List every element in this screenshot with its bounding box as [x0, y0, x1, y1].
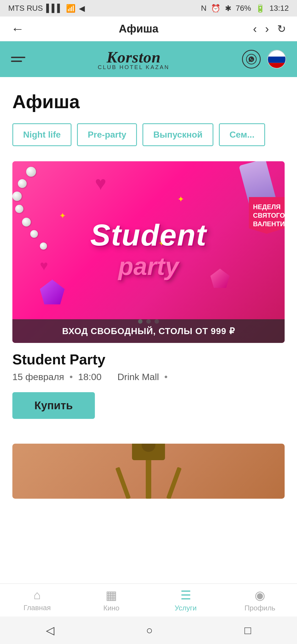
android-nav: ◁ ○ □	[0, 616, 297, 644]
pearl-decoration	[12, 164, 59, 247]
valentine-line3: ВАЛЕНТИНА	[253, 220, 280, 228]
valentine-badge: НЕДЕЛЯ СВЯТОГО ВАЛЕНТИНА	[249, 197, 285, 234]
event-time: 18:00	[78, 372, 101, 382]
tripod-right	[166, 467, 182, 499]
event-image: ♥ ♥ ✦ ✦ ✦ Student party НЕДЕЛЯ	[12, 161, 285, 343]
hamburger-menu[interactable]	[11, 57, 25, 62]
carrier-text: MTS RUS	[8, 4, 43, 13]
valentine-line1: НЕДЕЛЯ	[253, 203, 280, 211]
svg-rect-3	[268, 50, 286, 57]
tripod-center	[146, 455, 151, 499]
tab-night-life[interactable]: Night life	[12, 123, 72, 146]
nav-cinema[interactable]: ▦ Кино	[74, 588, 148, 612]
battery-icon: 🔋	[255, 4, 265, 13]
meta-spacer	[107, 372, 112, 382]
category-tabs: Night life Pre-party Выпускной Сем...	[12, 123, 285, 148]
event-meta: 15 февраля • 18:00 Drink Mall •	[12, 372, 285, 382]
hamburger-line-1	[11, 57, 25, 58]
nav-home[interactable]: ⌂ Главная	[0, 588, 74, 612]
page-content: Афиша Night life Pre-party Выпускной Сем…	[0, 77, 297, 499]
nav-controls: ‹ › ↻	[253, 22, 286, 36]
bluetooth-icon: ✱	[225, 4, 231, 13]
whatsapp-button[interactable]	[242, 50, 261, 69]
page-title: Афиша	[12, 91, 285, 112]
time-text: 13:12	[270, 4, 289, 13]
event-date: 15 февраля	[12, 372, 64, 382]
language-selector[interactable]	[267, 50, 286, 69]
tab-graduation[interactable]: Выпускной	[142, 123, 213, 146]
sparkle-3: ✦	[177, 194, 184, 204]
nav-bar: ← Афиша ‹ › ↻	[0, 17, 297, 41]
event-preview-second	[12, 444, 285, 499]
status-left: MTS RUS ▌▌▌ 📶 ◀	[8, 4, 85, 13]
event-venue: Drink Mall	[117, 372, 159, 382]
meta-dot-2: •	[164, 372, 168, 382]
nfc-icon: N	[201, 4, 207, 13]
event-background: ♥ ♥ ✦ ✦ ✦ Student party НЕДЕЛЯ	[12, 161, 285, 343]
hotel-name: Korston	[98, 48, 169, 66]
services-icon: ☰	[180, 588, 191, 602]
hotel-subtitle: CLUB HOTEL KAZAN	[98, 64, 169, 70]
heart-decoration-1: ♥	[95, 172, 106, 194]
event-title-party: party	[90, 252, 207, 281]
signal-icon: ▌▌▌	[46, 4, 63, 13]
event-main-title: Student party	[90, 217, 207, 281]
page-nav-title: Афиша	[119, 23, 158, 35]
tripod-left	[115, 467, 131, 499]
event-caption-text: ВХОД СВОБОДНЫЙ, СТОЛЫ ОТ 999 ₽	[62, 326, 235, 336]
android-home[interactable]: ○	[146, 624, 153, 637]
hotel-logo: Korston CLUB HOTEL KAZAN	[98, 48, 169, 70]
nav-services[interactable]: ☰ Услуги	[148, 588, 223, 612]
battery-text: 76%	[236, 4, 251, 13]
sparkle-1: ✦	[59, 211, 66, 220]
cinema-icon: ▦	[106, 588, 117, 602]
services-label: Услуги	[175, 604, 197, 612]
heart-decoration-2: ♥	[40, 258, 48, 274]
event-card-student-party: ♥ ♥ ✦ ✦ ✦ Student party НЕДЕЛЯ	[12, 161, 285, 433]
prev-button[interactable]: ‹	[253, 22, 257, 36]
hamburger-line-2	[11, 61, 22, 62]
tab-sem[interactable]: Сем...	[219, 123, 265, 146]
android-recents[interactable]: □	[244, 624, 251, 637]
home-label: Главная	[24, 604, 51, 612]
event-caption: ВХОД СВОБОДНЫЙ, СТОЛЫ ОТ 999 ₽	[12, 319, 285, 343]
event-name: Student Party	[12, 351, 285, 368]
wifi-icon: 📶	[66, 4, 76, 13]
location-icon: ◀	[79, 4, 85, 13]
valentine-line2: СВЯТОГО	[253, 211, 280, 220]
next-button[interactable]: ›	[265, 22, 269, 36]
hotel-header: Korston CLUB HOTEL KAZAN	[0, 41, 297, 77]
android-back[interactable]: ◁	[46, 624, 54, 637]
status-right: N ⏰ ✱ 76% 🔋 13:12	[201, 4, 289, 13]
profile-label: Профиль	[244, 604, 275, 612]
bottom-nav: ⌂ Главная ▦ Кино ☰ Услуги ◉ Профиль	[0, 583, 297, 616]
svg-rect-4	[268, 57, 286, 63]
gem-decoration-2	[210, 269, 230, 288]
nav-profile[interactable]: ◉ Профиль	[223, 588, 297, 612]
buy-button[interactable]: Купить	[12, 392, 95, 419]
svg-rect-5	[268, 63, 286, 69]
meta-dot-1: •	[70, 372, 73, 382]
home-icon: ⌂	[34, 588, 41, 602]
gem-decoration	[40, 280, 65, 304]
hotel-icons	[242, 50, 286, 69]
tab-pre-party[interactable]: Pre-party	[77, 123, 137, 146]
event-title-student: Student	[90, 217, 207, 252]
back-button[interactable]: ←	[11, 21, 24, 36]
alarm-icon: ⏰	[211, 4, 221, 13]
status-bar: MTS RUS ▌▌▌ 📶 ◀ N ⏰ ✱ 76% 🔋 13:12	[0, 0, 297, 17]
cinema-label: Кино	[103, 604, 120, 612]
refresh-button[interactable]: ↻	[277, 23, 286, 35]
profile-icon: ◉	[255, 588, 265, 602]
